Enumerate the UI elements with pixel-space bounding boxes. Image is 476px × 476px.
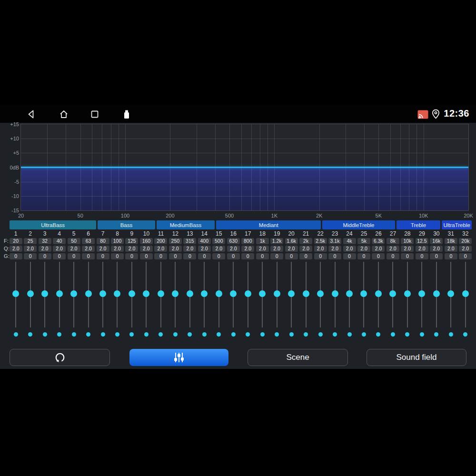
gain-slider-knob[interactable] [360,290,367,297]
band-group-header[interactable]: UltraTreble [442,220,472,229]
gain-slider-knob[interactable] [56,290,63,297]
band-number: 3 [38,230,52,238]
gain-slider-knob[interactable] [259,290,266,297]
band-indicator-dot [144,332,149,337]
band-column: 2810k2.00 [400,230,415,259]
gain-slider-knob[interactable] [404,290,411,297]
equalizer-button[interactable] [129,349,228,366]
band-indicator-dot [434,332,438,337]
cast-icon[interactable] [417,110,428,119]
band-group-header[interactable]: MiddleTreble [322,220,395,229]
band-column: 201.6k2.00 [284,230,298,259]
gain-slider-knob[interactable] [274,290,280,297]
band-q-value: 2.0 [314,246,327,252]
recents-icon[interactable] [89,109,100,119]
band-column: 1202.00 [9,230,23,259]
x-tick-label: 500 [225,213,234,218]
gain-slider-knob[interactable] [418,290,425,297]
gain-slider-knob[interactable] [201,290,208,297]
gain-slider-knob[interactable] [303,290,309,297]
gain-slider-knob[interactable] [143,290,149,297]
band-group-header[interactable]: Bass [98,220,155,229]
band-number: 7 [96,230,110,238]
band-gain-value: 0 [445,253,457,259]
gain-slider-knob[interactable] [317,290,324,297]
y-tick-label: +10 [1,136,19,141]
band-frequency-value: 32 [39,238,51,244]
band-indicator-dot [362,332,366,337]
gain-slider-knob[interactable] [346,290,353,297]
band-group-header[interactable]: Mediant [216,220,321,229]
home-icon[interactable] [59,109,69,119]
band-q-value: 2.0 [256,246,269,252]
gain-slider-knob[interactable] [187,290,193,297]
band-gain-value: 0 [372,253,385,259]
band-group-header[interactable]: Treble [397,220,441,229]
gain-slider-knob[interactable] [70,290,77,297]
gain-slider-knob[interactable] [433,290,440,297]
band-number: 29 [415,230,429,238]
band-number: 23 [328,230,342,238]
band-gain-value: 0 [416,253,428,259]
gain-slider-knob[interactable] [245,290,251,297]
band-q-value: 2.0 [372,246,385,252]
gain-slider-knob[interactable] [85,290,92,297]
band-frequency-value: 160 [140,238,153,244]
band-gain-value: 0 [299,253,312,259]
band-number: 16 [226,230,240,238]
band-q-value: 2.0 [401,246,414,252]
gain-slider-knob[interactable] [172,290,178,297]
gain-slider-knob[interactable] [27,290,34,297]
back-icon[interactable] [26,109,37,119]
band-indicator-dot [347,332,352,337]
x-tick-label: 20K [464,213,473,218]
band-frequency-value: 400 [198,238,211,244]
band-frequency-value: 63 [82,238,95,244]
band-indicator-dot [231,332,236,337]
band-indicator-dot [304,332,308,337]
gain-slider-knob[interactable] [12,290,19,297]
band-number: 24 [342,230,357,238]
band-frequency-value: 20k [459,238,472,244]
band-gain-value: 0 [256,253,269,259]
band-indicator-dot [405,332,409,337]
band-q-value: 2.0 [445,246,457,252]
gain-slider-knob[interactable] [288,290,295,297]
band-q-value: 2.0 [125,246,138,252]
gain-slider-knob[interactable] [447,290,454,297]
band-group-header[interactable]: UltraBass [10,220,96,229]
x-tick-label: 20 [18,213,24,218]
band-column: 155002.00 [212,230,226,259]
gain-slider-knob[interactable] [230,290,237,297]
grid-line-horizontal [21,139,468,139]
sound-field-button[interactable]: Sound field [367,349,466,366]
gain-slider-knob[interactable] [129,290,135,297]
eq-response-curve [21,167,468,168]
band-indicator-dot [202,332,207,337]
band-column: 255k2.00 [357,230,371,259]
scene-button[interactable]: Scene [248,349,348,366]
gain-slider-knob[interactable] [99,290,106,297]
band-frequency-value: 25 [24,238,37,244]
reset-button[interactable] [10,349,110,366]
band-group-header[interactable]: MediumBass [157,220,215,229]
band-column: 5502.00 [67,230,81,259]
gain-slider-knob[interactable] [375,290,382,297]
gain-slider-knob[interactable] [389,290,396,297]
gain-slider-knob[interactable] [41,290,48,297]
gain-slider-knob[interactable] [216,290,222,297]
usb-device-icon[interactable] [121,109,132,119]
band-number: 27 [386,230,400,238]
band-gain-value: 0 [387,253,399,259]
gain-slider-knob[interactable] [114,290,120,297]
eq-response-fill [21,168,468,211]
band-gain-value: 0 [10,253,22,259]
clock: 12:36 [444,108,469,119]
gain-slider-knob[interactable] [462,290,469,297]
band-indicator-dot [391,332,395,337]
band-gain-value: 0 [154,253,167,259]
band-frequency-value: 50 [68,238,80,244]
gain-slider-knob[interactable] [332,290,338,297]
band-frequency-value: 250 [169,238,182,244]
gain-slider-knob[interactable] [158,290,164,297]
